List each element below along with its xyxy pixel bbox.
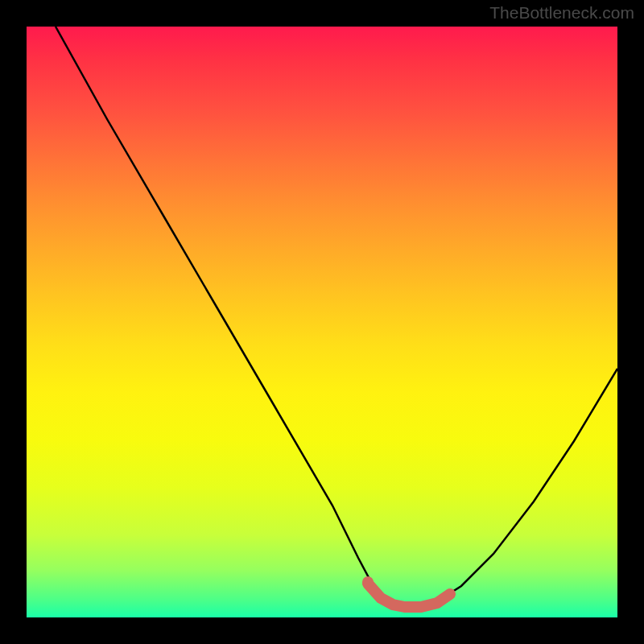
bottleneck-curve-line [56,27,617,606]
optimal-segment-line [368,584,450,607]
plot-area [27,27,617,617]
chart-container: TheBottleneck.com [0,0,644,644]
watermark-text: TheBottleneck.com [489,3,634,23]
curve-svg [27,27,617,617]
optimal-start-marker [362,576,374,588]
